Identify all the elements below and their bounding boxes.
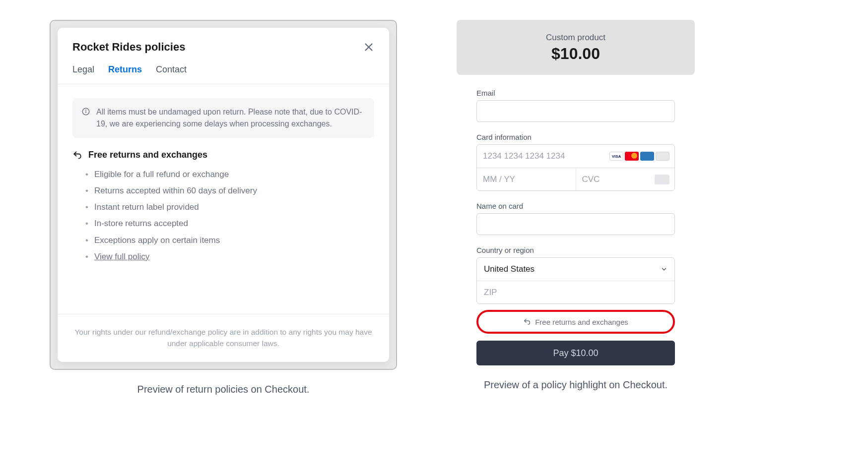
- policy-highlight-text: Free returns and exchanges: [535, 318, 628, 326]
- country-select[interactable]: United States: [477, 258, 674, 281]
- email-label: Email: [476, 89, 675, 97]
- amex-icon: [640, 152, 654, 161]
- email-field[interactable]: [476, 100, 675, 122]
- country-group: Country or region United States: [476, 246, 675, 304]
- cvc-half: [576, 168, 675, 191]
- modal-header: Rocket Rides policies: [58, 28, 389, 64]
- modal-footer: Your rights under our refund/exchange po…: [58, 314, 389, 362]
- product-price: $10.00: [457, 45, 695, 63]
- email-group: Email: [476, 89, 675, 122]
- country-value: United States: [484, 264, 534, 274]
- name-on-card-group: Name on card: [476, 202, 675, 235]
- left-caption: Preview of return policies on Checkout.: [50, 384, 397, 395]
- tab-contact[interactable]: Contact: [156, 64, 187, 75]
- cvc-card-icon: [655, 175, 669, 184]
- card-info-group: Card information VISA: [476, 133, 675, 191]
- name-on-card-field[interactable]: [476, 213, 675, 235]
- info-notice-text: All items must be undamaged upon return.…: [96, 106, 365, 130]
- modal-title: Rocket Rides policies: [72, 41, 185, 54]
- visa-icon: VISA: [609, 152, 623, 161]
- card-fields: VISA: [476, 144, 675, 191]
- product-summary: Custom product $10.00: [457, 20, 695, 75]
- tab-legal[interactable]: Legal: [72, 64, 94, 75]
- country-fields: United States: [476, 257, 675, 304]
- checkout-preview-column: Custom product $10.00 Email Card informa…: [457, 20, 695, 391]
- policy-item: In-store returns accepted: [94, 215, 374, 232]
- modal-backdrop: Rocket Rides policies Legal Returns Cont…: [50, 20, 397, 370]
- mastercard-icon: [625, 152, 639, 161]
- country-label: Country or region: [476, 246, 675, 254]
- product-label: Custom product: [457, 33, 695, 43]
- expiry-half: [477, 168, 576, 191]
- info-icon: [81, 107, 90, 116]
- card-brand-icons: VISA: [609, 152, 669, 161]
- policy-heading: Free returns and exchanges: [88, 150, 207, 160]
- unionpay-icon: [656, 152, 669, 161]
- svg-point-4: [86, 110, 86, 111]
- close-icon[interactable]: [363, 42, 374, 53]
- expiry-field[interactable]: [483, 175, 570, 184]
- policy-heading-row: Free returns and exchanges: [72, 150, 374, 160]
- return-arrow-icon: [72, 150, 82, 160]
- name-on-card-label: Name on card: [476, 202, 675, 210]
- policy-item: Exceptions apply on certain items: [94, 232, 374, 248]
- policies-modal: Rocket Rides policies Legal Returns Cont…: [58, 28, 389, 362]
- modal-tabs: Legal Returns Contact: [58, 64, 389, 84]
- policy-item: Instant return label provided: [94, 199, 374, 215]
- modal-body: All items must be undamaged upon return.…: [58, 84, 389, 314]
- tab-returns[interactable]: Returns: [108, 64, 142, 75]
- card-number-row: VISA: [477, 145, 674, 168]
- policy-item: Eligible for a full refund or exchange: [94, 166, 374, 182]
- policy-highlight-pill[interactable]: Free returns and exchanges: [476, 310, 675, 334]
- policies-preview-column: Rocket Rides policies Legal Returns Cont…: [50, 20, 397, 395]
- card-info-label: Card information: [476, 133, 675, 141]
- zip-field[interactable]: [484, 288, 668, 297]
- checkout-form: Email Card information VISA: [457, 89, 695, 365]
- pay-button[interactable]: Pay $10.00: [476, 341, 675, 365]
- policy-item-link: View full policy: [94, 248, 374, 265]
- policy-item: Returns accepted within 60 days of deliv…: [94, 182, 374, 199]
- view-full-policy-link[interactable]: View full policy: [94, 252, 149, 261]
- info-notice-box: All items must be undamaged upon return.…: [72, 98, 374, 138]
- chevron-down-icon: [661, 266, 668, 273]
- policy-list: Eligible for a full refund or exchange R…: [72, 166, 374, 265]
- card-expiry-cvc-row: [477, 168, 674, 190]
- zip-row: [477, 281, 674, 303]
- return-arrow-icon: [523, 318, 531, 326]
- right-caption: Preview of a policy highlight on Checkou…: [457, 379, 695, 391]
